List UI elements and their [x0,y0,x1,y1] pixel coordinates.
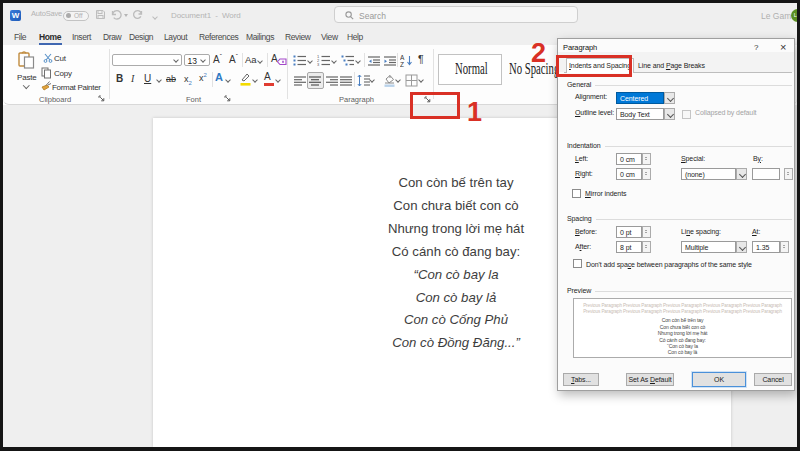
svg-text:A: A [400,54,405,61]
svg-text:3: 3 [317,62,320,66]
svg-text:Z: Z [400,61,404,67]
